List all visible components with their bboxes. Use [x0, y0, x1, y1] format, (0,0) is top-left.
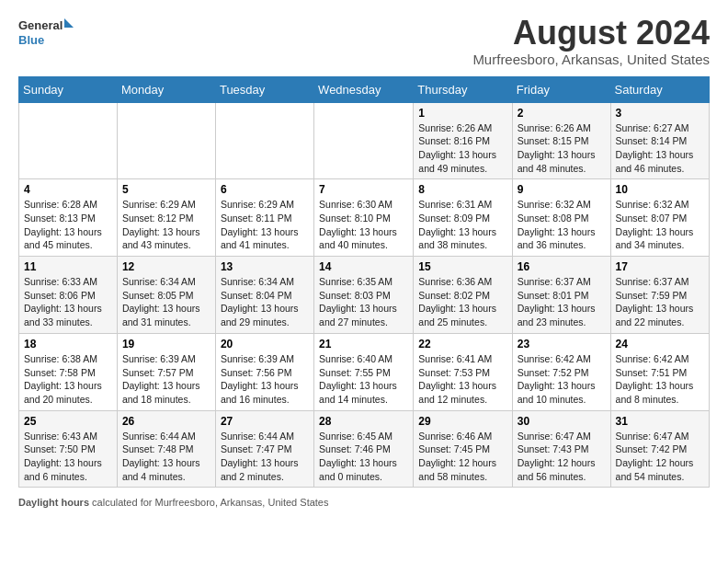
day-number: 31: [616, 415, 704, 428]
calendar-cell: 15Sunrise: 6:36 AM Sunset: 8:02 PM Dayli…: [414, 257, 512, 334]
day-number: 22: [418, 338, 506, 350]
svg-marker-2: [64, 18, 74, 28]
day-info: Sunrise: 6:46 AM Sunset: 7:45 PM Dayligh…: [418, 430, 506, 484]
day-number: 13: [221, 260, 309, 273]
calendar-cell: 13Sunrise: 6:34 AM Sunset: 8:04 PM Dayli…: [215, 257, 313, 334]
day-info: Sunrise: 6:45 AM Sunset: 7:46 PM Dayligh…: [319, 430, 408, 484]
calendar-header: SundayMondayTuesdayWednesdayThursdayFrid…: [19, 76, 710, 102]
calendar-body: 1Sunrise: 6:26 AM Sunset: 8:16 PM Daylig…: [19, 102, 710, 488]
calendar-cell: 19Sunrise: 6:39 AM Sunset: 7:57 PM Dayli…: [117, 333, 215, 410]
calendar-cell: 3Sunrise: 6:27 AM Sunset: 8:14 PM Daylig…: [610, 102, 709, 179]
day-info: Sunrise: 6:26 AM Sunset: 8:16 PM Dayligh…: [418, 121, 506, 176]
calendar-cell: 29Sunrise: 6:46 AM Sunset: 7:45 PM Dayli…: [414, 410, 512, 488]
calendar-cell: 11Sunrise: 6:33 AM Sunset: 8:06 PM Dayli…: [19, 257, 118, 334]
day-info: Sunrise: 6:39 AM Sunset: 7:56 PM Dayligh…: [221, 352, 309, 407]
day-info: Sunrise: 6:43 AM Sunset: 7:50 PM Dayligh…: [24, 430, 112, 484]
day-number: 28: [319, 415, 408, 428]
calendar-cell: 20Sunrise: 6:39 AM Sunset: 7:56 PM Dayli…: [215, 333, 313, 410]
day-number: 19: [122, 338, 210, 350]
day-info: Sunrise: 6:44 AM Sunset: 7:47 PM Dayligh…: [221, 430, 309, 484]
location-subtitle: Murfreesboro, Arkansas, United States: [472, 52, 710, 67]
day-info: Sunrise: 6:38 AM Sunset: 7:58 PM Dayligh…: [24, 352, 112, 407]
calendar-day-header: Sunday: [19, 76, 118, 102]
day-number: 4: [24, 183, 112, 196]
day-info: Sunrise: 6:32 AM Sunset: 8:08 PM Dayligh…: [518, 198, 606, 252]
calendar-cell: 26Sunrise: 6:44 AM Sunset: 7:48 PM Dayli…: [117, 410, 215, 488]
day-number: 24: [616, 338, 704, 350]
calendar-week-row: 18Sunrise: 6:38 AM Sunset: 7:58 PM Dayli…: [19, 333, 710, 410]
calendar-cell: 23Sunrise: 6:42 AM Sunset: 7:52 PM Dayli…: [512, 333, 610, 410]
calendar-cell: 28Sunrise: 6:45 AM Sunset: 7:46 PM Dayli…: [314, 410, 414, 488]
day-number: 9: [518, 183, 606, 196]
calendar-cell: 30Sunrise: 6:47 AM Sunset: 7:43 PM Dayli…: [512, 410, 610, 488]
day-number: 15: [418, 260, 506, 273]
day-info: Sunrise: 6:44 AM Sunset: 7:48 PM Dayligh…: [122, 430, 210, 484]
day-number: 29: [418, 415, 506, 428]
calendar-cell: 5Sunrise: 6:29 AM Sunset: 8:12 PM Daylig…: [117, 179, 215, 257]
page-header: General Blue August 2024 Murfreesboro, A…: [18, 15, 710, 67]
calendar-cell: 7Sunrise: 6:30 AM Sunset: 8:10 PM Daylig…: [314, 179, 414, 257]
footer-label: Daylight hours: [18, 497, 89, 508]
day-info: Sunrise: 6:34 AM Sunset: 8:05 PM Dayligh…: [122, 275, 210, 329]
day-number: 23: [518, 338, 606, 350]
day-info: Sunrise: 6:47 AM Sunset: 7:42 PM Dayligh…: [616, 430, 704, 484]
calendar-cell: [117, 102, 215, 179]
calendar-cell: 8Sunrise: 6:31 AM Sunset: 8:09 PM Daylig…: [414, 179, 512, 257]
calendar-table: SundayMondayTuesdayWednesdayThursdayFrid…: [18, 76, 710, 488]
day-number: 21: [319, 338, 408, 350]
calendar-cell: 4Sunrise: 6:28 AM Sunset: 8:13 PM Daylig…: [19, 179, 118, 257]
calendar-week-row: 1Sunrise: 6:26 AM Sunset: 8:16 PM Daylig…: [19, 102, 710, 179]
day-info: Sunrise: 6:36 AM Sunset: 8:02 PM Dayligh…: [418, 275, 506, 329]
day-info: Sunrise: 6:34 AM Sunset: 8:04 PM Dayligh…: [221, 275, 309, 329]
day-number: 2: [518, 107, 606, 120]
calendar-day-header: Monday: [117, 76, 215, 102]
day-number: 8: [418, 183, 506, 196]
svg-text:Blue: Blue: [18, 33, 44, 47]
calendar-day-header: Saturday: [610, 76, 709, 102]
calendar-cell: 6Sunrise: 6:29 AM Sunset: 8:11 PM Daylig…: [215, 179, 313, 257]
day-info: Sunrise: 6:29 AM Sunset: 8:11 PM Dayligh…: [221, 198, 309, 252]
day-number: 12: [122, 260, 210, 273]
calendar-cell: [19, 102, 118, 179]
day-number: 11: [24, 260, 112, 273]
day-number: 10: [616, 183, 704, 196]
calendar-cell: 18Sunrise: 6:38 AM Sunset: 7:58 PM Dayli…: [19, 333, 118, 410]
day-number: 6: [221, 183, 309, 196]
day-info: Sunrise: 6:29 AM Sunset: 8:12 PM Dayligh…: [122, 198, 210, 252]
day-info: Sunrise: 6:27 AM Sunset: 8:14 PM Dayligh…: [616, 121, 704, 176]
calendar-day-header: Wednesday: [314, 76, 414, 102]
calendar-cell: 24Sunrise: 6:42 AM Sunset: 7:51 PM Dayli…: [610, 333, 709, 410]
day-number: 14: [319, 260, 408, 273]
day-info: Sunrise: 6:35 AM Sunset: 8:03 PM Dayligh…: [319, 275, 408, 329]
svg-text:General: General: [18, 18, 63, 32]
calendar-cell: 12Sunrise: 6:34 AM Sunset: 8:05 PM Dayli…: [117, 257, 215, 334]
calendar-cell: 31Sunrise: 6:47 AM Sunset: 7:42 PM Dayli…: [610, 410, 709, 488]
logo-svg: General Blue: [18, 15, 74, 53]
day-info: Sunrise: 6:40 AM Sunset: 7:55 PM Dayligh…: [319, 352, 408, 407]
day-info: Sunrise: 6:37 AM Sunset: 8:01 PM Dayligh…: [518, 275, 606, 329]
calendar-cell: 1Sunrise: 6:26 AM Sunset: 8:16 PM Daylig…: [414, 102, 512, 179]
day-info: Sunrise: 6:37 AM Sunset: 7:59 PM Dayligh…: [616, 275, 704, 329]
day-number: 18: [24, 338, 112, 350]
day-number: 27: [221, 415, 309, 428]
calendar-cell: 9Sunrise: 6:32 AM Sunset: 8:08 PM Daylig…: [512, 179, 610, 257]
calendar-week-row: 4Sunrise: 6:28 AM Sunset: 8:13 PM Daylig…: [19, 179, 710, 257]
calendar-cell: 10Sunrise: 6:32 AM Sunset: 8:07 PM Dayli…: [610, 179, 709, 257]
calendar-cell: 2Sunrise: 6:26 AM Sunset: 8:15 PM Daylig…: [512, 102, 610, 179]
calendar-cell: 16Sunrise: 6:37 AM Sunset: 8:01 PM Dayli…: [512, 257, 610, 334]
day-number: 16: [518, 260, 606, 273]
calendar-cell: 25Sunrise: 6:43 AM Sunset: 7:50 PM Dayli…: [19, 410, 118, 488]
day-info: Sunrise: 6:26 AM Sunset: 8:15 PM Dayligh…: [518, 121, 606, 176]
day-info: Sunrise: 6:42 AM Sunset: 7:52 PM Dayligh…: [518, 352, 606, 407]
day-number: 5: [122, 183, 210, 196]
footer-text: calculated for Murfreesboro, Arkansas, U…: [89, 497, 328, 508]
day-info: Sunrise: 6:47 AM Sunset: 7:43 PM Dayligh…: [518, 430, 606, 484]
month-year-title: August 2024: [472, 15, 710, 52]
day-info: Sunrise: 6:32 AM Sunset: 8:07 PM Dayligh…: [616, 198, 704, 252]
calendar-day-header: Friday: [512, 76, 610, 102]
calendar-cell: [215, 102, 313, 179]
day-info: Sunrise: 6:39 AM Sunset: 7:57 PM Dayligh…: [122, 352, 210, 407]
calendar-cell: 27Sunrise: 6:44 AM Sunset: 7:47 PM Dayli…: [215, 410, 313, 488]
day-info: Sunrise: 6:33 AM Sunset: 8:06 PM Dayligh…: [24, 275, 112, 329]
day-number: 26: [122, 415, 210, 428]
